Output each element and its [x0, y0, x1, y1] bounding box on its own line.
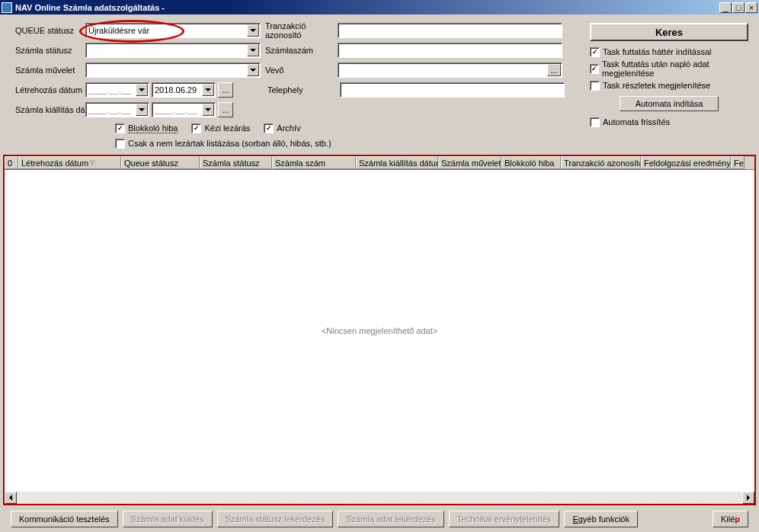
app-icon	[2, 2, 12, 13]
automata-frissites-checkbox[interactable]	[590, 117, 600, 127]
szamla-muvelet-combo[interactable]	[85, 62, 261, 78]
blokkolo-hiba-checkbox[interactable]	[115, 123, 125, 133]
grid-column-header[interactable]: Számla kiállítás dátum	[356, 156, 438, 169]
automata-inditasa-button[interactable]: Automata indítása	[620, 96, 719, 111]
automata-frissites-label: Automata frissítés	[603, 117, 670, 127]
csak-nem-lezartak-checkbox[interactable]	[115, 139, 125, 149]
chevron-down-icon[interactable]	[247, 64, 259, 76]
task-naplo-label: Task futtatás után napló adat megjelenít…	[602, 59, 748, 78]
grid-column-header[interactable]: 0	[5, 156, 18, 169]
kilep-button[interactable]: Kilép	[713, 511, 748, 527]
chevron-down-icon[interactable]	[136, 84, 148, 96]
grid-column-header[interactable]: Fe	[731, 156, 745, 169]
grid-column-header[interactable]: Feldolgozási eredmény	[641, 156, 731, 169]
vevo-label: Vevő	[265, 66, 335, 75]
bottom-toolbar: Kommunikáció tesztelés Számla adat küldé…	[0, 511, 759, 527]
grid-column-header[interactable]: Számla művelet	[438, 156, 501, 169]
tranzakcio-input[interactable]	[338, 23, 562, 38]
keres-button[interactable]: Keres	[590, 23, 748, 41]
grid-column-header[interactable]: Queue státusz	[121, 156, 200, 169]
vevo-input[interactable]: ...	[338, 62, 562, 78]
grid-column-header[interactable]: Számla szám	[272, 156, 356, 169]
task-hatter-checkbox[interactable]	[590, 47, 600, 57]
task-hatter-label: Task futtatás háttér indítással	[603, 47, 711, 56]
kiallitas-from-date[interactable]: ____.__.__	[85, 102, 149, 117]
window-title: NAV Online Számla adatszolgáltatás -	[15, 3, 719, 12]
szamla-status-lekerdezes-button: Számla státusz lekérdezés	[217, 511, 334, 527]
chevron-down-icon[interactable]	[136, 104, 148, 116]
szamlaszam-label: Számlaszám	[265, 46, 335, 55]
letrehozas-label: Létrehozás dátum	[15, 85, 85, 95]
technikai-ervenytelenites-button: Technikai érvénytelenítés	[449, 511, 560, 527]
maximize-button[interactable]: □	[732, 2, 745, 13]
kiallitas-to-date[interactable]: ____.__.__	[152, 102, 216, 117]
queue-status-value: Újraküldésre vár	[88, 26, 258, 35]
grid-column-header[interactable]: Blokkoló hiba	[501, 156, 561, 169]
grid-column-header[interactable]: Létrehozás dátum▽	[18, 156, 121, 169]
csak-nem-lezartak-label: Csak a nem lezártak listázása (sorban ál…	[128, 139, 331, 148]
queue-status-label: QUEUE státusz	[15, 26, 85, 35]
chevron-down-icon[interactable]	[247, 44, 259, 56]
egyeb-funkciok-button[interactable]: Egyéb funkciók	[564, 511, 638, 527]
sort-indicator-icon: ▽	[90, 159, 94, 166]
date-helper-button[interactable]: ...	[218, 82, 233, 98]
blokkolo-hiba-label: Blokkoló hiba	[128, 123, 178, 133]
chevron-down-icon[interactable]	[202, 104, 214, 116]
kommunikacio-teszteles-button[interactable]: Kommunikáció tesztelés	[11, 511, 118, 527]
grid-header-row: 0Létrehozás dátum▽Queue státuszSzámla st…	[5, 156, 754, 170]
kezi-lezaras-checkbox[interactable]	[191, 123, 201, 133]
telephely-input[interactable]	[340, 82, 565, 98]
letrehozas-from-date[interactable]: ____.__.__	[85, 82, 149, 98]
vevo-lookup-button[interactable]: ...	[547, 64, 561, 76]
queue-status-combo[interactable]: Újraküldésre vár	[85, 23, 261, 38]
task-reszletek-label: Task részletek megjelenítése	[603, 81, 710, 90]
letrehozas-to-date[interactable]: 2018.06.29	[152, 82, 216, 98]
right-actions-panel: Keres Task futtatás háttér indítással Ta…	[590, 23, 748, 128]
scroll-track[interactable]	[17, 492, 742, 504]
grid-column-header[interactable]: Számla státusz	[200, 156, 272, 169]
date-helper-button-2[interactable]: ...	[218, 102, 233, 117]
chevron-down-icon[interactable]	[247, 24, 259, 37]
chevron-down-icon[interactable]	[202, 84, 214, 96]
kezi-lezaras-label: Kézi lezárás	[204, 123, 250, 133]
szamla-status-combo[interactable]	[85, 43, 261, 58]
task-reszletek-checkbox[interactable]	[590, 81, 600, 91]
szamla-adat-lekerdezes-button: Számla adat lekérdezés	[338, 511, 444, 527]
archiv-checkbox[interactable]	[264, 123, 274, 133]
minimize-button[interactable]: _	[719, 2, 732, 13]
grid-empty-text: <Nincsen megjeleníthető adat>	[5, 170, 754, 492]
close-button[interactable]: ×	[745, 2, 757, 13]
archiv-label: Archív	[277, 123, 300, 133]
horizontal-scrollbar[interactable]	[5, 492, 754, 504]
window-titlebar: NAV Online Számla adatszolgáltatás - _ □…	[0, 0, 759, 14]
task-naplo-checkbox[interactable]	[590, 64, 599, 74]
grid-column-header[interactable]: Tranzakció azonosító	[561, 156, 641, 169]
scroll-left-button[interactable]	[5, 492, 17, 504]
szamla-muvelet-label: Számla művelet	[15, 66, 85, 75]
szamlaszam-input[interactable]	[338, 43, 562, 58]
data-grid: 0Létrehozás dátum▽Queue státuszSzámla st…	[3, 155, 756, 505]
tranzakcio-label: Tranzakció azonosító	[265, 21, 335, 40]
szamla-status-label: Számla státusz	[15, 46, 85, 55]
telephely-label: Telephely	[267, 85, 338, 95]
scroll-right-button[interactable]	[742, 492, 754, 504]
szamla-adat-kuldes-button: Számla adat küldés	[123, 511, 213, 527]
